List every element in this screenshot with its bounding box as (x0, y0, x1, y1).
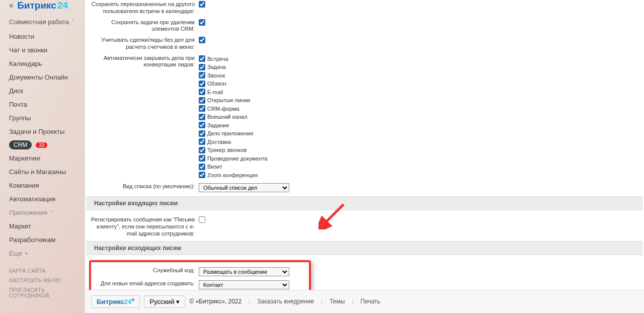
autoclose-checkbox[interactable] (199, 164, 205, 170)
autoclose-label: Встреча (207, 55, 228, 63)
sidebar-item[interactable]: Группы (0, 111, 85, 125)
sidebar-section-label: Совместная работа (9, 18, 69, 26)
sidebar-item[interactable]: Документы Онлайн (0, 70, 85, 84)
autoclose-item: Задание (199, 121, 639, 130)
autoclose-label: Открытые линии (207, 96, 250, 105)
autoclose-item: Доставка (199, 138, 639, 146)
autoclose-checkbox[interactable] (199, 97, 205, 104)
footer-link-print[interactable]: Печать (361, 298, 380, 305)
setting-checkbox-counters[interactable] (199, 37, 205, 43)
sidebar-item[interactable]: ПРИГЛАСИТЬ СОТРУДНИКОВ (0, 285, 85, 300)
footer-lang-button[interactable]: Русский ▾ (144, 295, 185, 308)
footer-link-themes[interactable]: Темы (330, 298, 345, 305)
setting-select-service-code[interactable]: Размещать в сообщении (199, 267, 289, 276)
setting-row-new-email: Для новых email-адресов создавать: Конта… (92, 279, 308, 289)
logo[interactable]: ≡ Битрикс24 (0, 0, 85, 14)
menu-icon[interactable]: ≡ (9, 2, 13, 10)
setting-label: Регистрировать сообщения как "Письма кли… (90, 215, 199, 238)
autoclose-checkbox[interactable] (199, 72, 205, 79)
highlight-outgoing-settings: Служебный код: Размещать в сообщении Для… (89, 260, 311, 289)
footer: Битрикс24® Русский ▾ © «Битрикс», 2022 |… (85, 290, 644, 313)
sidebar-item[interactable]: Почта (0, 98, 85, 111)
setting-row-keep-tasks: Сохранять задачи при удалении элементов … (86, 18, 643, 34)
autoclose-item: Задача (199, 63, 639, 71)
sidebar-item[interactable]: Чат и звонки (0, 43, 85, 57)
sidebar-nav-more: Еще ▾ (0, 247, 85, 260)
setting-label: Сохранять переназначенные на другого пол… (90, 0, 199, 16)
autoclose-label: Доставка (207, 138, 231, 146)
autoclose-item: Zoom конференция (199, 171, 639, 180)
setting-checkbox-keep-tasks[interactable] (199, 19, 205, 26)
setting-select-new-email[interactable]: Контакт (199, 280, 289, 289)
sidebar-item[interactable]: Маркетинг (0, 151, 85, 165)
autoclose-checkbox[interactable] (199, 114, 205, 120)
footer-link-order[interactable]: Заказать внедрение (257, 298, 314, 305)
autoclose-checkbox[interactable] (199, 81, 205, 87)
autoclose-checkbox[interactable] (199, 105, 205, 112)
autoclose-item: Звонок (199, 71, 639, 80)
sidebar-item-more[interactable]: Еще ▾ (0, 247, 85, 260)
autoclose-checkbox[interactable] (199, 64, 205, 70)
sidebar-item[interactable]: Разработчикам (0, 233, 85, 247)
autoclose-checkbox[interactable] (199, 138, 205, 145)
separator: | (249, 298, 250, 305)
autoclose-item: E-mail (199, 88, 639, 97)
setting-label: Служебный код: (96, 266, 199, 275)
autoclose-label: Задача (207, 63, 226, 71)
autoclose-checkbox[interactable] (199, 155, 205, 162)
autoclose-label: Проведение документа (207, 154, 267, 163)
separator: | (352, 298, 353, 305)
sidebar-item[interactable]: Задачи и Проекты (0, 125, 85, 138)
chevron-up-icon: ˄ (50, 210, 53, 215)
sidebar-item[interactable]: КАРТА САЙТА (0, 266, 85, 276)
autoclose-label: Zoom конференция (207, 171, 258, 180)
autoclose-item: Визит (199, 163, 639, 171)
section-header-incoming: Настройки входящих писем (86, 196, 643, 210)
section-header-outgoing: Настройки исходящих писем (86, 241, 643, 255)
autoclose-item: CRM-форма (199, 105, 639, 113)
sidebar-apps-label: Приложения (9, 209, 47, 216)
autoclose-checkbox[interactable] (199, 172, 205, 178)
setting-checkbox-register-msg[interactable] (199, 216, 205, 223)
sidebar-item[interactable]: Маркет (0, 219, 85, 233)
footer-brand-button[interactable]: Битрикс24® (91, 295, 140, 308)
brand-name-1: Битрикс (17, 0, 56, 11)
sidebar-item[interactable]: Диск (0, 84, 85, 98)
sidebar-item[interactable]: Новости (0, 30, 85, 43)
sidebar-section-collab[interactable]: Совместная работа ˄ (0, 14, 85, 30)
footer-copyright: © «Битрикс», 2022 (189, 298, 242, 305)
autoclose-checklist: ВстречаЗадачаЗвонокОбзвонE-mailОткрытые … (199, 54, 639, 181)
sidebar-item[interactable]: НАСТРОИТЬ МЕНЮ (0, 276, 85, 285)
setting-checkbox-keep-meetings[interactable] (199, 1, 205, 8)
setting-label: Для новых email-адресов создавать: (96, 279, 199, 288)
autoclose-checkbox[interactable] (199, 55, 205, 62)
sidebar-item-apps[interactable]: Приложения ˄ (0, 206, 85, 219)
autoclose-checkbox[interactable] (199, 89, 205, 95)
autoclose-label: E-mail (207, 88, 223, 97)
main: Сохранять переназначенные на другого пол… (85, 0, 644, 313)
setting-select-listtype[interactable]: Обычный список дел (199, 183, 289, 192)
setting-row-register-msg: Регистрировать сообщения как "Письма кли… (86, 215, 643, 238)
sidebar-nav-apps: Приложения ˄ (0, 206, 85, 219)
autoclose-checkbox[interactable] (199, 122, 205, 128)
autoclose-item: Трекер звонков (199, 146, 639, 154)
sidebar-item[interactable]: Автоматизация (0, 192, 85, 206)
sidebar-item-crm[interactable]: CRM 10 (0, 138, 85, 151)
autoclose-checkbox[interactable] (199, 130, 205, 137)
setting-row-listtype: Вид списка (по умолчанию): Обычный списо… (86, 182, 643, 193)
sidebar-active-badge: 10 (36, 142, 47, 148)
autoclose-label: CRM-форма (207, 105, 239, 113)
sidebar-item[interactable]: Календарь (0, 57, 85, 70)
autoclose-checkbox[interactable] (199, 147, 205, 153)
sidebar-item[interactable]: Компания (0, 179, 85, 192)
setting-label: Сохранять задачи при удалении элементов … (90, 18, 199, 34)
sidebar: ≡ Битрикс24 Совместная работа ˄ НовостиЧ… (0, 0, 85, 313)
setting-row-service-code: Служебный код: Размещать в сообщении (92, 266, 308, 277)
autoclose-item: Внешний канал (199, 113, 639, 121)
chevron-up-icon: ˄ (72, 19, 74, 25)
sidebar-nav-main: НовостиЧат и звонкиКалендарьДокументы Он… (0, 30, 85, 138)
autoclose-item: Обзвон (199, 80, 639, 88)
setting-label: Вид списка (по умолчанию): (90, 182, 199, 191)
autoclose-label: Внешний канал (207, 113, 248, 121)
sidebar-item[interactable]: Сайты и Магазины (0, 165, 85, 179)
